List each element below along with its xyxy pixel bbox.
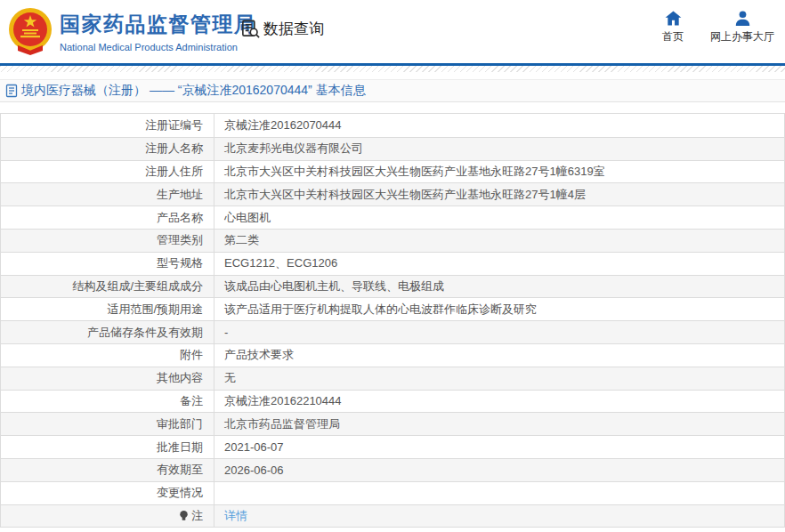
site-title-block: 国家药品监督管理局 National Medical Products Admi… [60,11,256,52]
table-row: 注 详情 [1,504,784,528]
row-label: 产品名称 [1,206,214,229]
table-row: 注册人住所 北京市大兴区中关村科技园区大兴生物医药产业基地永旺路27号1幢631… [1,160,784,183]
row-value: ECG1212、ECG1206 [214,253,784,275]
row-label: 型号规格 [1,253,214,275]
row-value: 北京市大兴区中关村科技园区大兴生物医药产业基地永旺路27号1幢6319室 [214,161,784,183]
row-label: 注册证编号 [1,114,214,137]
table-row: 结构及组成/主要组成成分 该成品由心电图机主机、导联线、电极组成 [1,275,784,298]
table-row: 变更情况 [1,481,784,504]
breadcrumb: 境内医疗器械（注册） —— “京械注准20162070444” 基本信息 [0,79,785,102]
row-label: 有效期至 [1,459,214,481]
table-row: 注册人名称 北京麦邦光电仪器有限公司 [1,137,784,160]
row-value [214,482,784,504]
row-value: 京械注准20162070444 [214,114,784,137]
details-link[interactable]: 详情 [224,508,247,524]
home-icon [665,11,682,26]
row-label: 附件 [1,344,214,367]
nav-item-label: 网上办事大厅 [710,29,774,44]
row-value: 北京市大兴区中关村科技园区大兴生物医药产业基地永旺路27号1幢4层 [214,183,784,206]
document-icon [5,84,18,98]
lightbulb-icon [179,510,189,521]
note-label: 注 [191,508,203,524]
row-value: 该产品适用于医疗机构提取人体的心电波群作临床诊断及研究 [214,298,784,320]
row-value: 2026-06-06 [214,459,784,481]
site-subtitle: National Medical Products Administration [60,42,256,52]
row-value: 第二类 [214,230,784,252]
site-logo[interactable]: 国家药品监督管理局 National Medical Products Admi… [7,7,256,55]
data-query-label: 数据查询 [263,19,324,39]
row-label: 注 [1,505,214,528]
table-row: 审批部门 北京市药品监督管理局 [1,412,784,435]
top-nav: 首页 网上办事大厅 [662,11,774,44]
table-row: 其他内容 无 [1,367,784,390]
row-value: 详情 [214,505,784,528]
row-value: 北京市药品监督管理局 [214,413,784,435]
row-value: 心电图机 [214,206,784,229]
table-row: 备注 京械注准20162210444 [1,390,784,413]
nav-item-service-hall[interactable]: 网上办事大厅 [710,11,774,44]
registration-info-table: 注册证编号 京械注准20162070444 注册人名称 北京麦邦光电仪器有限公司… [0,113,785,528]
row-value: 无 [214,367,784,390]
row-label: 备注 [1,391,214,413]
row-label: 其他内容 [1,367,214,390]
row-label: 适用范围/预期用途 [1,298,214,320]
page: 国家药品监督管理局 National Medical Products Admi… [0,0,785,532]
nav-item-label: 首页 [662,29,684,44]
row-value: 北京麦邦光电仪器有限公司 [214,138,784,160]
person-icon [734,11,751,26]
row-value: 京械注准20162210444 [214,391,784,413]
row-value: - [214,321,784,343]
table-row: 批准日期 2021-06-07 [1,435,784,458]
table-row: 型号规格 ECG1212、ECG1206 [1,252,784,275]
table-row: 产品名称 心电图机 [1,206,784,229]
row-label: 审批部门 [1,413,214,435]
table-row: 有效期至 2026-06-06 [1,458,784,481]
hatch-band [0,66,785,72]
site-header: 国家药品监督管理局 National Medical Products Admi… [0,0,785,63]
row-label: 变更情况 [1,482,214,504]
table-row: 注册证编号 京械注准20162070444 [1,114,784,137]
row-value: 2021-06-07 [214,436,784,458]
row-value: 产品技术要求 [214,344,784,367]
table-row: 生产地址 北京市大兴区中关村科技园区大兴生物医药产业基地永旺路27号1幢4层 [1,182,784,206]
row-label: 管理类别 [1,230,214,252]
row-value: 该成品由心电图机主机、导联线、电极组成 [214,276,784,298]
table-row: 附件 产品技术要求 [1,343,784,367]
national-emblem-icon [7,7,53,55]
row-label: 批准日期 [1,436,214,458]
page-title: 境内医疗器械（注册） —— “京械注准20162070444” 基本信息 [21,83,366,99]
row-label: 注册人名称 [1,138,214,160]
document-search-icon [240,19,261,39]
row-label: 结构及组成/主要组成成分 [1,276,214,298]
table-row: 管理类别 第二类 [1,229,784,252]
row-label: 生产地址 [1,183,214,206]
table-row: 产品储存条件及有效期 - [1,320,784,343]
row-label: 产品储存条件及有效期 [1,321,214,343]
nav-item-home[interactable]: 首页 [662,11,684,44]
data-query-menu[interactable]: 数据查询 [240,19,324,39]
row-label: 注册人住所 [1,161,214,183]
site-title: 国家药品监督管理局 [60,11,256,38]
table-row: 适用范围/预期用途 该产品适用于医疗机构提取人体的心电波群作临床诊断及研究 [1,297,784,320]
